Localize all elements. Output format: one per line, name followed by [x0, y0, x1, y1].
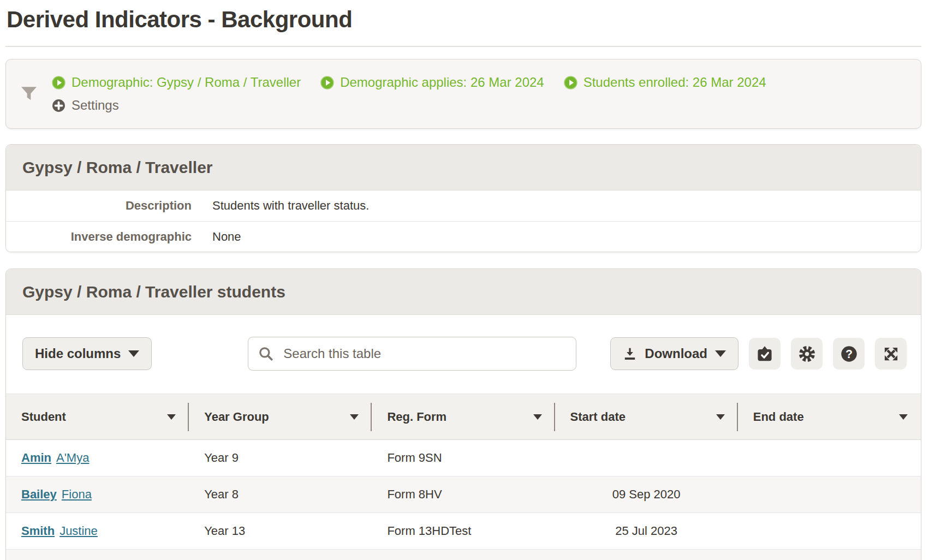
- caret-down-icon[interactable]: [350, 414, 359, 420]
- cell-empty: [6, 550, 921, 560]
- table-row: AminA'Mya Year 9 Form 9SN: [6, 440, 921, 476]
- student-link[interactable]: SmithJustine: [21, 524, 98, 538]
- filter-students-enrolled[interactable]: Students enrolled: 26 Mar 2024: [564, 75, 766, 90]
- cell-reg-form: Form 9SN: [372, 440, 555, 476]
- table-toolbar: Hide columns Download: [6, 315, 921, 394]
- table-header-row: Student Year Group Reg. Form Start date: [6, 394, 921, 440]
- student-first-name: Justine: [59, 524, 98, 538]
- caret-down-icon[interactable]: [533, 414, 542, 420]
- caret-down-icon: [715, 350, 726, 357]
- students-panel-title: Gypsy / Roma / Traveller students: [6, 269, 921, 315]
- svg-text:?: ?: [845, 347, 852, 360]
- filter-demographic-applies[interactable]: Demographic applies: 26 Mar 2024: [320, 75, 544, 90]
- settings-button[interactable]: Settings: [52, 98, 119, 113]
- cell-start-date: 25 Jul 2023: [555, 513, 738, 550]
- play-circle-icon: [52, 76, 65, 90]
- detail-value: Students with traveller status.: [212, 199, 369, 213]
- help-button[interactable]: ?: [833, 338, 865, 370]
- cell-start-date: 09 Sep 2020: [555, 476, 738, 513]
- marksheet-button[interactable]: [749, 338, 781, 370]
- fullscreen-button[interactable]: [875, 338, 907, 370]
- student-last-name: Amin: [21, 451, 51, 464]
- student-first-name: A'Mya: [56, 451, 89, 464]
- detail-row-description: Description Students with traveller stat…: [6, 190, 921, 221]
- column-label: Reg. Form: [387, 410, 446, 424]
- plus-circle-icon: [52, 99, 65, 112]
- students-panel: Gypsy / Roma / Traveller students Hide c…: [5, 269, 921, 560]
- filter-label: Students enrolled: 26 Mar 2024: [583, 75, 766, 90]
- column-label: Student: [21, 410, 66, 424]
- caret-down-icon[interactable]: [716, 414, 725, 420]
- clipboard-check-icon: [756, 345, 773, 362]
- download-icon: [623, 347, 637, 361]
- detail-row-inverse-demographic: Inverse demographic None: [6, 221, 921, 252]
- cell-reg-form: Form 8HV: [372, 476, 555, 513]
- detail-value: None: [212, 230, 241, 244]
- filter-label: Demographic: Gypsy / Roma / Traveller: [72, 75, 301, 90]
- funnel-icon: [20, 86, 38, 102]
- student-last-name: Bailey: [21, 487, 57, 501]
- settings-label: Settings: [72, 98, 119, 113]
- search-input[interactable]: [248, 337, 576, 371]
- toolbar-right-group: Download ?: [610, 337, 907, 370]
- filter-row: Demographic: Gypsy / Roma / Traveller De…: [52, 75, 766, 90]
- student-link[interactable]: BaileyFiona: [21, 487, 92, 501]
- student-first-name: Fiona: [62, 487, 92, 501]
- cell-start-date: [555, 440, 738, 476]
- column-label: Year Group: [204, 410, 269, 424]
- download-label: Download: [645, 346, 707, 361]
- column-header-start-date[interactable]: Start date: [555, 394, 738, 440]
- filter-demographic[interactable]: Demographic: Gypsy / Roma / Traveller: [52, 75, 301, 90]
- students-table: Student Year Group Reg. Form Start date: [6, 394, 921, 560]
- table-row-partial: [6, 550, 921, 560]
- column-label: Start date: [570, 410, 626, 424]
- cell-student: BaileyFiona: [6, 476, 189, 513]
- gear-icon: [799, 345, 815, 362]
- cell-year-group: Year 13: [189, 513, 372, 550]
- download-button[interactable]: Download: [610, 337, 739, 370]
- caret-down-icon: [128, 350, 139, 357]
- demographic-panel: Gypsy / Roma / Traveller Description Stu…: [5, 144, 921, 252]
- filter-label: Demographic applies: 26 Mar 2024: [340, 75, 544, 90]
- detail-label: Inverse demographic: [6, 230, 192, 244]
- student-link[interactable]: AminA'Mya: [21, 451, 89, 464]
- demographic-panel-title: Gypsy / Roma / Traveller: [6, 145, 921, 190]
- expand-icon: [883, 345, 900, 362]
- filter-panel: Demographic: Gypsy / Roma / Traveller De…: [5, 59, 921, 129]
- student-last-name: Smith: [21, 524, 55, 538]
- search-icon: [258, 346, 273, 361]
- column-label: End date: [753, 410, 804, 424]
- hide-columns-label: Hide columns: [35, 346, 121, 361]
- cell-year-group: Year 8: [189, 476, 372, 513]
- cell-student: SmithJustine: [6, 513, 189, 550]
- detail-label: Description: [6, 199, 192, 213]
- page: Derived Indicators - Background Demograp…: [0, 7, 929, 560]
- cell-reg-form: Form 13HDTest: [372, 513, 555, 550]
- column-header-end-date[interactable]: End date: [738, 394, 921, 440]
- caret-down-icon[interactable]: [899, 414, 908, 420]
- table-row: SmithJustine Year 13 Form 13HDTest 25 Ju…: [6, 513, 921, 550]
- cell-year-group: Year 9: [189, 440, 372, 476]
- cell-end-date: [738, 440, 921, 476]
- caret-down-icon[interactable]: [167, 414, 176, 420]
- play-circle-icon: [320, 76, 334, 90]
- hide-columns-button[interactable]: Hide columns: [22, 337, 152, 370]
- column-header-student[interactable]: Student: [6, 394, 189, 440]
- settings-row: Settings: [52, 98, 766, 113]
- question-icon: ?: [841, 345, 857, 362]
- column-header-year-group[interactable]: Year Group: [189, 394, 372, 440]
- play-circle-icon: [564, 76, 577, 90]
- title-divider: [5, 46, 921, 47]
- table-row: BaileyFiona Year 8 Form 8HV 09 Sep 2020: [6, 476, 921, 513]
- table-settings-button[interactable]: [791, 338, 823, 370]
- cell-end-date: [738, 476, 921, 513]
- table-search: [248, 337, 576, 371]
- column-header-reg-form[interactable]: Reg. Form: [372, 394, 555, 440]
- filter-body: Demographic: Gypsy / Roma / Traveller De…: [52, 75, 766, 113]
- page-title: Derived Indicators - Background: [7, 7, 921, 33]
- cell-end-date: [738, 513, 921, 550]
- cell-student: AminA'Mya: [6, 440, 189, 476]
